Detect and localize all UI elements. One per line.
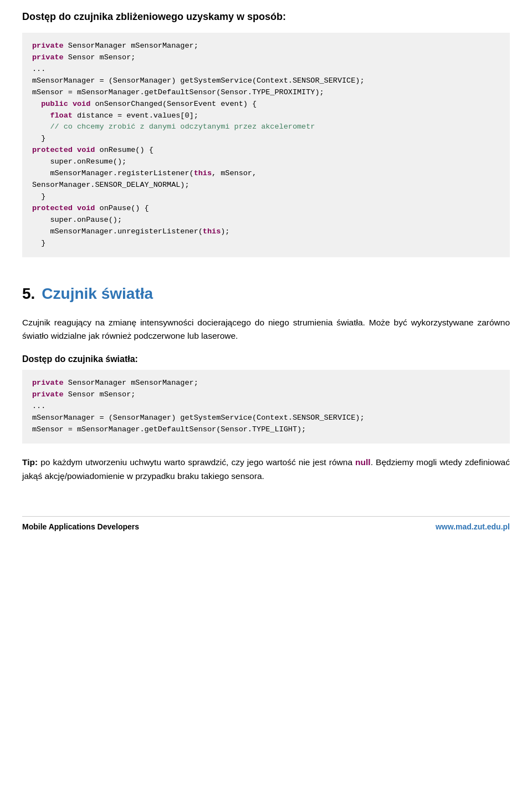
- code-block-1: private SensorManager mSensorManager; pr…: [22, 33, 510, 257]
- code-block-2: private SensorManager mSensorManager; pr…: [22, 370, 510, 444]
- null-keyword: null: [355, 457, 371, 467]
- section-number: 5.: [22, 285, 35, 303]
- tip-label: Tip:: [22, 457, 38, 467]
- subsection-heading: Dostęp do czujnika światła:: [22, 354, 510, 364]
- section-paragraph-1: Czujnik reagujący na zmianę intensywnośc…: [22, 316, 510, 344]
- section-header: 5. Czujnik światła: [22, 269, 510, 310]
- intro-heading: Dostęp do czujnika zbliżeniowego uzyskam…: [22, 11, 510, 23]
- tip-text-1: po każdym utworzeniu uchwytu warto spraw…: [38, 457, 355, 467]
- section-title: Czujnik światła: [42, 285, 153, 303]
- tip-paragraph: Tip: po każdym utworzeniu uchwytu warto …: [22, 456, 510, 483]
- footer: Mobile Applications Developers www.mad.z…: [22, 516, 510, 531]
- footer-right: www.mad.zut.edu.pl: [436, 522, 510, 531]
- footer-left: Mobile Applications Developers: [22, 522, 139, 531]
